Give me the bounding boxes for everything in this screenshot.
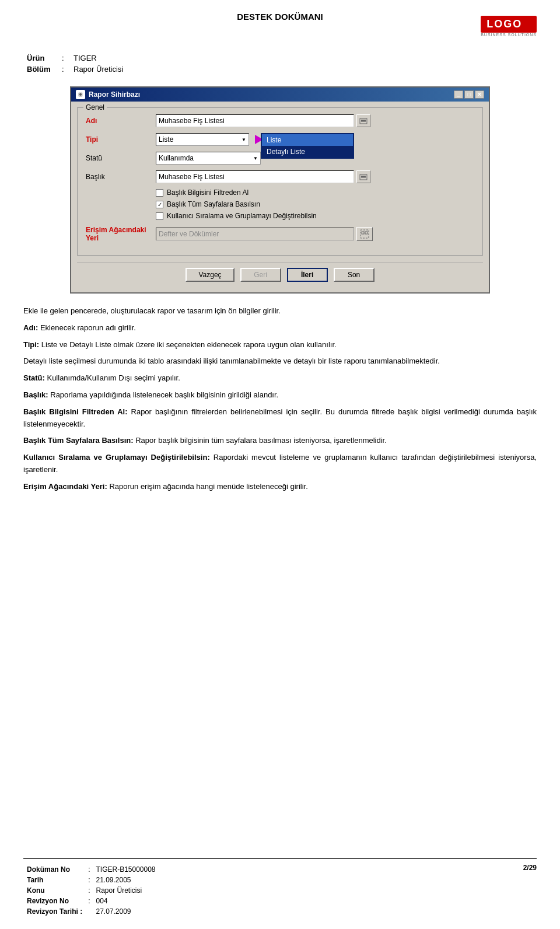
dokuman-no-label: Doküman No	[24, 865, 85, 874]
vazgec-button[interactable]: Vazgeç	[186, 268, 234, 282]
tipi-dropdown-arrow: ▼	[242, 137, 246, 142]
revizyon-tarihi-label: Revizyon Tarihi :	[24, 907, 85, 916]
checkbox1-row: Başlık Bilgisini Filtreden Al	[156, 188, 474, 197]
revizyon-tarihi-value: 27.07.2009	[93, 907, 158, 916]
statu-label: Statü	[86, 154, 156, 162]
page-number: 2/29	[523, 864, 537, 917]
group-legend: Genel	[83, 103, 107, 111]
svg-rect-1	[361, 120, 366, 121]
checkbox2[interactable]	[156, 201, 163, 208]
body-text: Ekle ile gelen pencerede, oluşturulacak …	[23, 305, 537, 493]
adi-label: Adı	[86, 117, 156, 125]
close-button[interactable]: ✕	[475, 90, 484, 99]
dialog-titlebar: ⊞ Rapor Sihirbazı _ □ ✕	[71, 88, 489, 102]
adi-input[interactable]	[156, 114, 354, 127]
dialog-icon: ⊞	[76, 90, 85, 99]
baslik-row: Başlık	[86, 170, 474, 184]
erisim-input: Defter ve Dökümler	[156, 228, 354, 240]
tipi-label: Tipi	[86, 135, 156, 144]
konu-label: Konu	[24, 886, 85, 895]
dialog-title: Rapor Sihirbazı	[89, 90, 140, 99]
svg-rect-2	[361, 121, 366, 122]
body-para-1: Ekle ile gelen pencerede, oluşturulacak …	[23, 305, 537, 317]
tipi-dropdown-popup: Liste Detaylı Liste	[261, 133, 354, 159]
svg-rect-3	[360, 174, 367, 180]
adi-browse-button[interactable]	[356, 114, 370, 127]
urun-label: Ürün	[23, 53, 58, 64]
checkbox2-row: Başlık Tüm Sayfalara Basılsın	[156, 200, 474, 208]
minimize-button[interactable]: _	[454, 90, 463, 99]
tarih-label: Tarih	[24, 875, 85, 885]
logo: LOGO	[481, 16, 537, 33]
revizyon-no-value: 004	[93, 896, 158, 906]
tipi-selected-value: Liste	[159, 135, 173, 144]
bolum-value: Rapor Üreticisi	[70, 64, 127, 75]
body-para-9: Kullanıcı Sıralama ve Gruplamayı Değişti…	[23, 452, 537, 476]
bolum-label: Bölüm	[23, 64, 58, 75]
dialog-buttons: Vazgeç Geri İleri Son	[77, 263, 483, 287]
ileri-button[interactable]: İleri	[287, 268, 328, 282]
body-para-2: Adı: Eklenecek raporun adı girilir.	[23, 322, 537, 334]
erisim-row: Erişim Ağacındaki Yeri Defter ve Dökümle…	[86, 226, 474, 242]
restore-button[interactable]: □	[464, 90, 474, 99]
body-para-6: Başlık: Raporlama yapıldığında listelene…	[23, 389, 537, 401]
document-footer: Doküman No : TIGER-B15000008 Tarih : 21.…	[23, 858, 537, 917]
baslik-browse-button[interactable]	[356, 170, 370, 183]
dropdown-item-detayli[interactable]: Detaylı Liste	[262, 146, 353, 158]
body-para-10: Erişim Ağacındaki Yeri: Raporun erişim a…	[23, 481, 537, 493]
footer-left: Doküman No : TIGER-B15000008 Tarih : 21.…	[23, 864, 159, 917]
adi-row: Adı	[86, 114, 474, 128]
statu-dropdown-arrow: ▼	[253, 156, 258, 161]
geri-button[interactable]: Geri	[240, 268, 281, 282]
svg-rect-0	[360, 118, 367, 124]
erisim-browse-button[interactable]	[356, 227, 373, 241]
dialog-window: ⊞ Rapor Sihirbazı _ □ ✕ Genel Adı	[70, 86, 490, 294]
checkbox3-row: Kullanıcı Sıralama ve Gruplamayı Değişti…	[156, 212, 474, 220]
checkbox3[interactable]	[156, 212, 163, 220]
konu-value: Rapor Üreticisi	[93, 886, 158, 895]
body-para-3: Tipi: Liste ve Detaylı Liste olmak üzere…	[23, 339, 537, 351]
group-box-genel: Genel Adı Tipi	[77, 107, 483, 256]
product-info: Ürün : TIGER Bölüm : Rapor Üreticisi	[23, 53, 537, 75]
dokuman-no-value: TIGER-B15000008	[93, 865, 158, 874]
checkbox1[interactable]	[156, 189, 163, 197]
statu-selected-value: Kullanımda	[159, 154, 194, 162]
erisim-label: Erişim Ağacındaki Yeri	[86, 226, 156, 242]
statu-select[interactable]: Kullanımda ▼	[156, 152, 261, 165]
dropdown-item-liste[interactable]: Liste	[262, 134, 353, 146]
svg-rect-4	[361, 176, 366, 177]
son-button[interactable]: Son	[334, 268, 374, 282]
checkbox1-label: Başlık Bilgisini Filtreden Al	[167, 188, 249, 197]
tarih-value: 21.09.2005	[93, 875, 158, 885]
tipi-select[interactable]: Liste ▼	[156, 133, 249, 146]
revizyon-no-label: Revizyon No	[24, 896, 85, 906]
document-title: DESTEK DOKÜMANI	[93, 12, 467, 22]
body-para-4: Detaylı liste seçilmesi durumunda iki ta…	[23, 355, 537, 368]
checkbox3-label: Kullanıcı Sıralama ve Gruplamayı Değişti…	[167, 212, 317, 220]
urun-value: TIGER	[70, 53, 127, 64]
body-para-8: Başlık Tüm Sayfalara Basılsın: Rapor baş…	[23, 435, 537, 447]
svg-rect-8	[365, 232, 368, 234]
tipi-row: Tipi Liste ▼ Liste De	[86, 132, 474, 146]
svg-rect-7	[362, 232, 364, 234]
body-para-7: Başlık Bilgisini Filtreden Al: Rapor baş…	[23, 406, 537, 431]
body-para-5: Statü: Kullanımda/Kullanım Dışı seçimi y…	[23, 372, 537, 385]
logo-sub: BUSINESS SOLUTIONS	[481, 33, 537, 37]
baslik-input[interactable]	[156, 170, 354, 183]
checkbox2-label: Başlık Tüm Sayfalara Basılsın	[167, 200, 260, 208]
baslik-label: Başlık	[86, 173, 156, 181]
svg-rect-5	[361, 177, 366, 178]
